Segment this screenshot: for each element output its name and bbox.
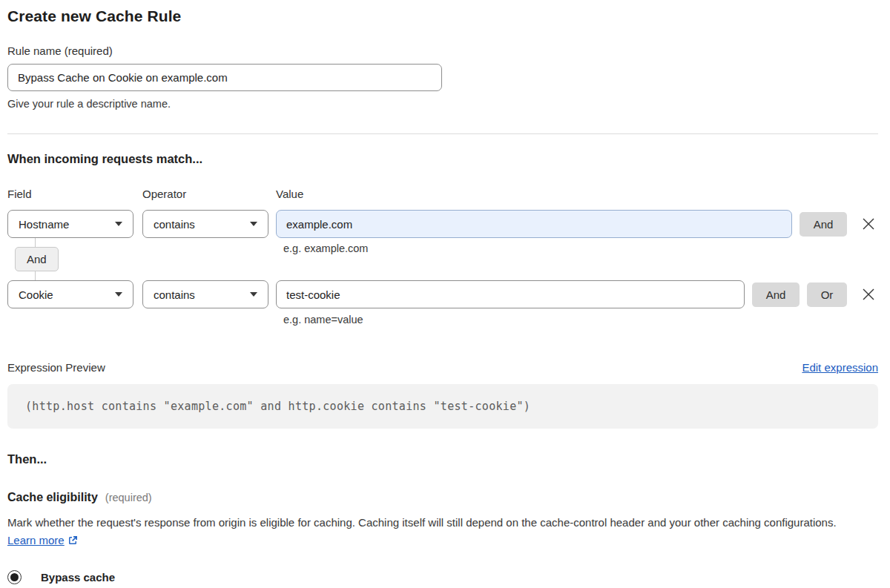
rule-name-label: Rule name (required) — [7, 44, 878, 57]
condition-row: Hostname contains And — [7, 210, 878, 238]
add-and-condition-button[interactable]: And — [800, 212, 847, 237]
external-link-icon — [67, 533, 79, 551]
value-hint: e.g. name=value — [283, 314, 878, 326]
operator-column-label: Operator — [142, 188, 276, 200]
create-cache-rule-page: Create new Cache Rule Rule name (require… — [0, 0, 890, 588]
value-input[interactable] — [276, 280, 745, 308]
required-note: (required) — [105, 492, 152, 503]
and-connector-button[interactable]: And — [15, 247, 59, 271]
chevron-down-icon — [250, 222, 257, 226]
add-and-condition-button[interactable]: And — [752, 283, 800, 307]
condition-column-labels: Field Operator Value — [7, 188, 878, 200]
rule-name-input[interactable] — [7, 64, 442, 91]
field-select-value: Cookie — [19, 288, 53, 301]
field-select[interactable]: Cookie — [7, 280, 134, 308]
value-hint: e.g. example.com — [283, 242, 368, 254]
add-or-condition-button[interactable]: Or — [807, 283, 847, 307]
rule-name-help: Give your rule a descriptive name. — [7, 98, 878, 110]
expression-preview-label: Expression Preview — [7, 361, 105, 374]
cache-eligibility-heading-row: Cache eligibility (required) — [7, 491, 878, 504]
cache-eligibility-description: Mark whether the request's response from… — [7, 514, 868, 551]
value-column-label: Value — [276, 188, 303, 200]
chevron-down-icon — [115, 292, 122, 297]
field-column-label: Field — [7, 188, 142, 200]
condition-connector-zone: And e.g. example.com — [7, 238, 878, 280]
condition-row: Cookie contains And Or — [7, 280, 878, 308]
close-icon — [862, 288, 875, 301]
remove-condition-button[interactable] — [859, 214, 878, 234]
radio-label: Bypass cache — [34, 571, 115, 584]
radio-selected-icon[interactable] — [7, 570, 22, 584]
page-title: Create new Cache Rule — [7, 7, 878, 25]
edit-expression-link[interactable]: Edit expression — [802, 361, 878, 374]
expression-header: Expression Preview Edit expression — [7, 361, 878, 374]
cache-eligibility-heading: Cache eligibility — [7, 491, 98, 504]
field-select[interactable]: Hostname — [7, 210, 134, 238]
operator-select-value: contains — [154, 218, 195, 231]
operator-select-value: contains — [154, 288, 195, 301]
close-icon — [862, 217, 875, 231]
operator-select[interactable]: contains — [142, 210, 268, 238]
match-heading: When incoming requests match... — [7, 152, 878, 166]
operator-select[interactable]: contains — [142, 280, 268, 308]
field-select-value: Hostname — [19, 218, 69, 231]
then-heading: Then... — [7, 452, 878, 466]
learn-more-link[interactable]: Learn more — [7, 534, 65, 546]
chevron-down-icon — [250, 292, 257, 297]
remove-condition-button[interactable] — [859, 285, 878, 304]
description-text: Mark whether the request's response from… — [7, 516, 837, 529]
chevron-down-icon — [115, 222, 122, 226]
section-divider — [7, 133, 878, 134]
expression-preview-code: (http.host contains "example.com" and ht… — [7, 384, 878, 429]
value-input[interactable] — [276, 210, 792, 238]
radio-option-bypass-cache[interactable]: Bypass cache — [7, 570, 878, 584]
